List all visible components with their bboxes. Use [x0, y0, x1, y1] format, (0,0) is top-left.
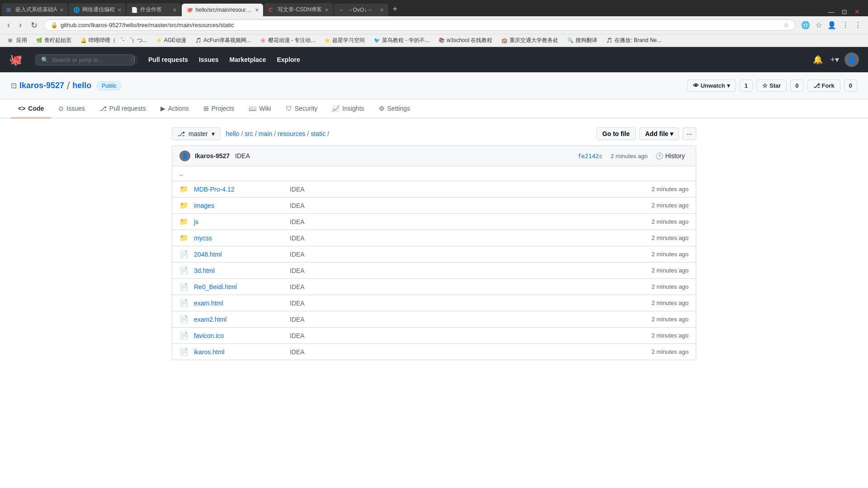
bookmark-star-icon[interactable]: ☆ [783, 22, 789, 28]
tab-close-2[interactable]: × [118, 6, 121, 14]
bookmark-age[interactable]: ⚡ AGE动漫 [152, 36, 190, 45]
commit-author-name[interactable]: Ikaros-9527 [195, 152, 230, 160]
bookmark-sakura[interactable]: 🌸 樱花动漫 - 专注动... [256, 36, 319, 45]
window-maximize[interactable]: ⊡ [839, 7, 850, 16]
tab-title-5: 写文章-CSDN博客 [278, 6, 322, 14]
star-button[interactable]: ☆ Star [756, 80, 787, 92]
file-path-src[interactable]: src [245, 130, 253, 137]
bookmark-sogou[interactable]: 🔍 搜狗翻译 [564, 36, 601, 45]
search-input[interactable] [52, 56, 128, 63]
file-time-exam2: 2 minutes ago [621, 316, 689, 323]
tab-code[interactable]: <> Code [11, 99, 51, 118]
star-label: Star [769, 82, 781, 89]
file-path-resources[interactable]: resources [278, 130, 305, 137]
bookmark-apps[interactable]: ⊞ 应用 [5, 36, 31, 45]
tab-wiki[interactable]: 📖 Wiki [241, 99, 278, 118]
file-name-favicon[interactable]: favicon.ico [194, 332, 284, 339]
bookmark-acfun[interactable]: 🎵 AcFun弹幕视频网... [192, 36, 255, 45]
commit-author-avatar[interactable]: 👤 [179, 150, 190, 161]
tab-issues[interactable]: ⊙ Issues [51, 99, 92, 118]
file-row-exam: 📄 exam.html IDEA 2 minutes ago [172, 295, 696, 311]
tab-close-1[interactable]: × [60, 6, 63, 14]
tab-security[interactable]: 🛡 Security [278, 99, 325, 118]
bookmark-bilibili[interactable]: 🔔 哔哩哔哩（ ゜- ゜）つ... [77, 36, 151, 45]
file-name-js[interactable]: js [194, 218, 284, 225]
bookmark-w3school[interactable]: 📚 w3school 在线教程 [435, 36, 496, 45]
commit-hash[interactable]: fe2142c [578, 153, 603, 160]
tab-projects[interactable]: ⊞ Projects [196, 99, 242, 118]
browser-tab-3[interactable]: 📄 作业作答 × [127, 3, 181, 16]
file-name-re0[interactable]: Re0_Beidi.html [194, 283, 284, 291]
file-path-hello[interactable]: hello [226, 130, 240, 137]
star-count[interactable]: 0 [790, 80, 803, 92]
parent-dir-row[interactable]: .. [172, 166, 696, 181]
forward-button[interactable]: › [16, 19, 24, 31]
fork-button[interactable]: ⎇ Fork [807, 80, 840, 92]
file-name-2048[interactable]: 2048.html [194, 251, 284, 258]
browser-tab-1[interactable]: ⊞ 嵌入式系统基础A × [2, 3, 68, 16]
latest-commit-row: 👤 Ikaros-9527 IDEA fe2142c 2 minutes ago… [172, 146, 696, 166]
tab-close-6[interactable]: × [380, 6, 383, 14]
nav-marketplace[interactable]: Marketplace [225, 53, 271, 66]
tab-insights[interactable]: 📈 Insights [325, 99, 371, 118]
add-file-button[interactable]: Add file ▾ [639, 127, 679, 140]
github-logo[interactable]: 🐙 [9, 53, 23, 66]
file-time-favicon: 2 minutes ago [621, 332, 689, 339]
browser-tab-4-active[interactable]: 🐙 hello/src/main/resources/... × [182, 4, 263, 16]
translate-icon[interactable]: 🌐 [799, 19, 812, 31]
file-name-exam2[interactable]: exam2.html [194, 316, 284, 323]
bookmark-icon[interactable]: ☆ [814, 19, 824, 31]
watch-count[interactable]: 1 [740, 80, 753, 92]
file-name-ikaros[interactable]: ikaros.html [194, 348, 284, 356]
bookmark-chaoxing[interactable]: ⭐ 超星学习空间 [321, 36, 368, 45]
browser-tab-5[interactable]: C 写文章-CSDN博客 × [264, 3, 333, 16]
go-to-file-button[interactable]: Go to file [596, 127, 636, 140]
repo-owner-link[interactable]: Ikaros-9527 [19, 81, 64, 90]
file-name-images[interactable]: images [194, 202, 284, 209]
back-button[interactable]: ‹ [5, 19, 13, 31]
browser-tab-2[interactable]: 🌐 网络通信编程 × [69, 3, 126, 16]
window-minimize[interactable]: — [826, 7, 837, 16]
tab-close-5[interactable]: × [325, 6, 328, 14]
fork-count[interactable]: 0 [844, 80, 857, 92]
file-name-3d[interactable]: 3d.html [194, 267, 284, 274]
bookmark-qingning[interactable]: 🌿 青柠起始页 [33, 36, 75, 45]
history-button[interactable]: 🕐 History [652, 150, 689, 161]
file-name-exam[interactable]: exam.html [194, 300, 284, 307]
search-bar[interactable]: 🔍 / [35, 54, 135, 66]
more-icon[interactable]: ⋮ [853, 19, 863, 31]
file-path-main[interactable]: main [259, 130, 272, 137]
file-name-mdb[interactable]: MDB-Pro-4.12 [194, 186, 284, 193]
tab-close-3[interactable]: × [173, 6, 176, 14]
profile-icon[interactable]: 👤 [826, 19, 838, 31]
notifications-button[interactable]: 🔔 [811, 53, 825, 66]
address-bar[interactable]: 🔒 github.com/Ikaros-9527/hello/tree/mast… [44, 19, 796, 31]
new-tab-button[interactable]: + [389, 3, 401, 16]
window-close[interactable]: ✕ [852, 7, 863, 16]
bookmark-cqjtu[interactable]: 🏫 重庆交通大学教务处 [498, 36, 562, 45]
nav-explore[interactable]: Explore [272, 53, 304, 66]
nav-pull-requests[interactable]: Pull requests [144, 53, 193, 66]
file-header-actions: Go to file Add file ▾ ··· [596, 127, 696, 140]
bookmark-favicon-music: 🎵 [606, 38, 613, 44]
file-name-mycss[interactable]: mycss [194, 235, 284, 242]
tab-close-4[interactable]: × [255, 6, 259, 14]
file-row-mdb: 📁 MDB-Pro-4.12 IDEA 2 minutes ago [172, 181, 696, 197]
repo-name-link[interactable]: hello [72, 81, 91, 90]
branch-selector[interactable]: ⎇ master ▾ [172, 127, 221, 140]
bookmark-runoob[interactable]: 🐦 菜鸟教程 - 学的不... [370, 36, 433, 45]
browser-tab-6[interactable]: → →OvO↓→ × [334, 4, 388, 16]
tab-pull-requests[interactable]: ⎇ Pull requests [92, 99, 153, 118]
nav-issues[interactable]: Issues [194, 53, 223, 66]
tab-favicon-6: → [339, 7, 345, 13]
create-button[interactable]: +▾ [828, 53, 841, 66]
tab-actions[interactable]: ▶ Actions [153, 99, 196, 118]
tab-settings[interactable]: ⚙ Settings [372, 99, 418, 118]
more-options-button[interactable]: ··· [683, 127, 696, 140]
user-avatar[interactable]: 👤 [844, 52, 859, 67]
file-path-static[interactable]: static [311, 130, 326, 137]
extension-icon[interactable]: ⋮ [840, 19, 851, 31]
watch-button[interactable]: 👁 Unwatch ▾ [687, 80, 736, 92]
reload-button[interactable]: ↻ [28, 19, 40, 31]
bookmark-music[interactable]: 🎵 在播放: Brand Ne... [603, 36, 665, 45]
